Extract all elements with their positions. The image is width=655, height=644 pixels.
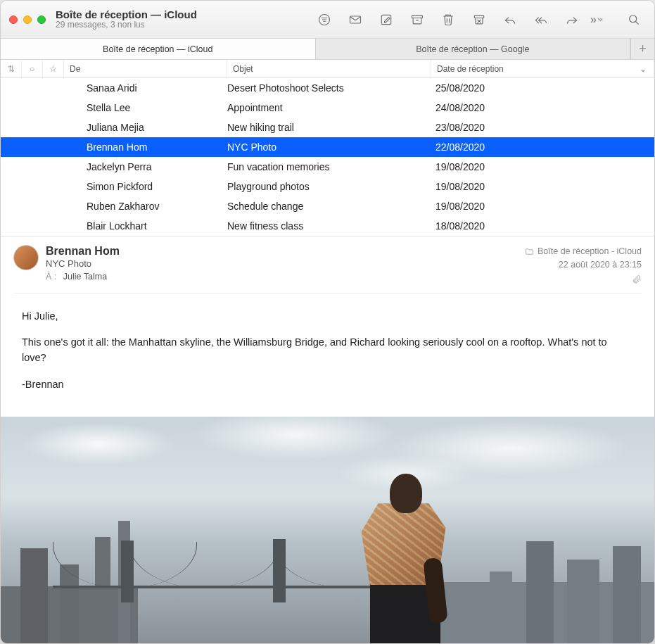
preview-timestamp: 22 août 2020 à 23:15 — [525, 258, 642, 272]
message-subject: Appointment — [227, 102, 435, 113]
message-subject: NYC Photo — [227, 141, 435, 153]
message-row[interactable]: Blair LockhartNew fitness class18/08/202… — [1, 216, 654, 236]
message-subject: Desert Photoshoot Selects — [227, 82, 435, 94]
minimize-window-button[interactable] — [23, 15, 32, 24]
compose-icon[interactable] — [379, 12, 394, 27]
message-subject: New hiking trail — [227, 122, 435, 133]
tab-google[interactable]: Boîte de réception — Google — [316, 39, 631, 59]
message-preview: Brennan Hom NYC Photo À : Julie Talma Bo… — [1, 236, 654, 643]
paperclip-icon — [632, 274, 642, 284]
message-subject: Schedule change — [227, 201, 435, 212]
preview-sender: Brennan Hom — [46, 245, 525, 258]
svg-rect-4 — [350, 16, 361, 23]
message-subject: Fun vacation memories — [227, 161, 435, 172]
message-date: 18/08/2020 — [435, 220, 654, 232]
message-row[interactable]: Brennan HomNYC Photo22/08/2020 — [1, 137, 654, 157]
read-unread-icon[interactable] — [348, 12, 363, 27]
message-from: Simon Pickford — [1, 181, 227, 192]
date-column-label: Date de réception — [437, 64, 504, 74]
toolbar: » — [203, 12, 646, 27]
mail-window: Boîte de réception — iCloud 29 messages,… — [0, 0, 655, 644]
chevron-down-icon: ⌄ — [640, 64, 647, 74]
message-subject: New fitness class — [227, 220, 435, 232]
search-icon[interactable] — [626, 12, 642, 27]
subject-column-header[interactable]: Objet — [227, 60, 431, 77]
message-date: 25/08/2020 — [435, 82, 654, 94]
new-tab-button[interactable]: + — [630, 39, 654, 59]
message-row[interactable]: Stella LeeAppointment24/08/2020 — [1, 98, 654, 118]
message-row[interactable]: Juliana MejiaNew hiking trail23/08/2020 — [1, 118, 654, 137]
body-paragraph: -Brennan — [22, 377, 633, 393]
window-subtitle: 29 messages, 3 non lus — [56, 20, 203, 30]
message-date: 19/08/2020 — [435, 201, 654, 212]
tab-bar: Boîte de réception — iCloud Boîte de réc… — [1, 39, 654, 60]
preview-recipient-row: À : Julie Talma — [46, 272, 525, 282]
tab-label: Boîte de réception — Google — [416, 44, 529, 54]
column-headers: ⇅ ○ ☆ De Objet Date de réception ⌄ — [1, 60, 654, 78]
zoom-window-button[interactable] — [37, 15, 46, 24]
message-from: Brennan Hom — [1, 141, 227, 153]
sort-column-header[interactable]: ⇅ — [1, 60, 22, 77]
svg-point-13 — [630, 15, 637, 22]
message-row[interactable]: Sanaa AridiDesert Photoshoot Selects25/0… — [1, 78, 654, 98]
message-date: 19/08/2020 — [435, 181, 654, 192]
message-from: Stella Lee — [1, 102, 227, 113]
message-date: 19/08/2020 — [435, 161, 654, 172]
message-date: 24/08/2020 — [435, 102, 654, 113]
message-date: 22/08/2020 — [435, 141, 654, 153]
more-icon[interactable]: » — [595, 12, 611, 27]
folder-icon — [525, 247, 534, 256]
attachment-image[interactable] — [1, 417, 654, 644]
avatar — [13, 245, 39, 270]
message-from: Blair Lockhart — [1, 220, 227, 232]
attachment-indicator[interactable] — [525, 274, 642, 284]
preview-header: Brennan Hom NYC Photo À : Julie Talma Bo… — [1, 236, 654, 284]
window-title: Boîte de réception — iCloud — [56, 8, 203, 20]
reply-all-icon[interactable] — [533, 12, 549, 27]
date-column-header[interactable]: Date de réception ⌄ — [431, 60, 654, 77]
message-from: Juliana Mejia — [1, 122, 227, 133]
preview-meta: Boîte de réception - iCloud 22 août 2020… — [525, 245, 642, 284]
preview-subject: NYC Photo — [46, 258, 525, 269]
body-paragraph: Hi Julie, — [22, 309, 633, 324]
delete-icon[interactable] — [440, 12, 456, 27]
message-row[interactable]: Jackelyn PerraFun vacation memories19/08… — [1, 157, 654, 177]
archive-icon[interactable] — [409, 12, 425, 27]
message-list: Sanaa AridiDesert Photoshoot Selects25/0… — [1, 78, 654, 236]
titlebar: Boîte de réception — iCloud 29 messages,… — [1, 1, 654, 39]
message-from: Ruben Zakharov — [1, 201, 227, 212]
window-controls — [9, 15, 46, 24]
junk-icon[interactable] — [471, 12, 487, 27]
message-row[interactable]: Ruben ZakharovSchedule change19/08/2020 — [1, 196, 654, 216]
message-from: Sanaa Aridi — [1, 82, 227, 94]
message-subject: Playground photos — [227, 181, 435, 192]
tab-icloud[interactable]: Boîte de réception — iCloud — [1, 39, 316, 59]
filter-icon[interactable] — [317, 12, 332, 27]
svg-line-14 — [636, 21, 639, 24]
message-row[interactable]: Simon PickfordPlayground photos19/08/202… — [1, 177, 654, 196]
from-column-header[interactable]: De — [64, 60, 227, 77]
preview-body: Hi Julie, This one's got it all: the Man… — [1, 293, 654, 417]
preview-folder[interactable]: Boîte de réception - iCloud — [525, 245, 642, 258]
forward-icon[interactable] — [564, 12, 580, 27]
reply-icon[interactable] — [502, 12, 518, 27]
message-from: Jackelyn Perra — [1, 161, 227, 172]
tab-label: Boîte de réception — iCloud — [103, 44, 212, 54]
close-window-button[interactable] — [9, 15, 18, 24]
preview-folder-label: Boîte de réception - iCloud — [538, 245, 642, 258]
flag-column-header[interactable]: ☆ — [43, 60, 64, 77]
svg-rect-10 — [474, 15, 483, 18]
unread-column-header[interactable]: ○ — [22, 60, 43, 77]
body-paragraph: This one's got it all: the Manhattan sky… — [22, 335, 633, 366]
message-date: 23/08/2020 — [435, 122, 654, 133]
window-title-block: Boîte de réception — iCloud 29 messages,… — [56, 8, 203, 30]
to-name[interactable]: Julie Talma — [63, 272, 107, 282]
svg-rect-6 — [412, 15, 423, 18]
to-label: À : — [46, 272, 56, 282]
